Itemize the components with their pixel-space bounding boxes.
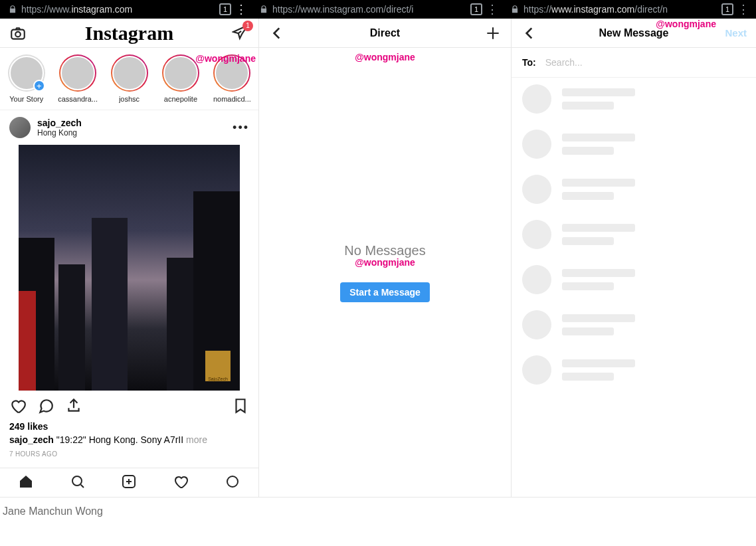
skeleton-text: [562, 224, 635, 245]
skeleton-avatar: [522, 355, 551, 385]
lock-icon: [8, 5, 17, 14]
tab-menu-icon[interactable]: ⋮: [235, 3, 246, 15]
watermark: @wongmjane: [355, 257, 415, 268]
start-message-button[interactable]: Start a Message: [340, 282, 430, 302]
caption-more[interactable]: more: [186, 434, 207, 445]
direct-title: Direct: [259, 27, 511, 39]
suggestion-skeleton[interactable]: [522, 130, 745, 159]
svg-point-4: [227, 476, 238, 487]
skeleton-avatar: [522, 130, 551, 159]
new-message-topbar: New Message Next: [512, 19, 756, 48]
post-more-icon[interactable]: •••: [233, 121, 249, 135]
browser-url: https://www.instagram.com/direct/i: [272, 4, 466, 15]
browser-tab[interactable]: https://www.instagram.com/direct/i 1 ⋮: [254, 3, 502, 15]
browser-url: https://www.instagram.com/direct/n: [523, 4, 717, 15]
tab-count-badge[interactable]: 1: [470, 3, 482, 15]
story-ring: [162, 54, 199, 92]
lock-icon: [259, 5, 268, 14]
story-item[interactable]: cassandra...: [56, 54, 98, 103]
svg-point-1: [15, 31, 21, 37]
tab-menu-icon[interactable]: ⋮: [486, 3, 497, 15]
skeleton-avatar: [522, 220, 551, 249]
bookmark-icon[interactable]: [232, 397, 249, 417]
story-item[interactable]: nomadicd...: [211, 54, 253, 103]
story-ring: [111, 54, 148, 92]
svg-point-2: [72, 476, 82, 486]
direct-topbar: Direct: [259, 19, 511, 48]
story-item[interactable]: joshsc: [108, 54, 150, 103]
story-ring: [213, 54, 250, 92]
back-icon[interactable]: [521, 25, 538, 42]
story-avatar: [60, 56, 95, 90]
skeleton-text: [562, 269, 635, 290]
story-label: nomadicd...: [213, 95, 251, 103]
new-message-panel: @wongmjane New Message Next To:: [512, 19, 756, 497]
bottom-nav: [0, 468, 258, 497]
story-ring: [59, 54, 96, 92]
add-post-icon[interactable]: [121, 474, 137, 492]
activity-icon[interactable]: [173, 474, 189, 492]
caption-credit: Jane Manchun Wong: [0, 497, 756, 525]
skeleton-text: [562, 314, 635, 335]
post-location[interactable]: Hong Kong: [37, 128, 226, 137]
suggestion-skeleton[interactable]: [522, 84, 745, 114]
caption-username[interactable]: sajo_zech: [9, 434, 54, 445]
post-author-username[interactable]: sajo_zech: [37, 118, 226, 128]
share-icon[interactable]: [65, 397, 82, 417]
add-story-badge: +: [33, 80, 45, 92]
tab-menu-icon[interactable]: ⋮: [737, 3, 748, 15]
skeleton-text: [562, 359, 635, 381]
feed-panel: @wongmjane Instagram 1 + Your Story cass…: [0, 19, 259, 497]
like-icon[interactable]: [9, 397, 27, 417]
story-avatar: [215, 56, 249, 90]
direct-panel: @wongmjane Direct No Messages @wongmjane…: [259, 19, 512, 497]
suggestion-skeleton[interactable]: [522, 310, 745, 339]
post-author-avatar[interactable]: [9, 117, 31, 138]
lock-icon: [510, 5, 520, 14]
compose-icon[interactable]: [484, 25, 502, 42]
home-icon[interactable]: [18, 474, 34, 492]
story-avatar: [163, 56, 198, 90]
camera-icon[interactable]: [9, 25, 27, 42]
feed-topbar: Instagram 1: [0, 19, 258, 48]
recipient-search-input[interactable]: [545, 57, 745, 68]
browser-url: https://www.instagram.com: [21, 4, 215, 15]
post-image[interactable]: SajoZech: [19, 145, 240, 391]
browser-tab[interactable]: https://www.instagram.com/direct/n 1 ⋮: [505, 3, 753, 15]
direct-body: No Messages @wongmjane Start a Message: [259, 48, 511, 497]
image-watermark: SajoZech: [205, 351, 231, 381]
instagram-logo[interactable]: Instagram: [85, 22, 173, 45]
direct-message-button[interactable]: 1: [232, 23, 249, 43]
post-actions: [0, 391, 258, 421]
feed-post: sajo_zech Hong Kong ••• SajoZech: [0, 110, 258, 460]
suggestions-list: [512, 78, 756, 391]
tab-count-badge[interactable]: 1: [721, 3, 733, 15]
next-button[interactable]: Next: [725, 27, 747, 39]
browser-tab[interactable]: https://www.instagram.com 1 ⋮: [3, 3, 251, 15]
story-label: acnepolite: [164, 95, 197, 103]
post-header[interactable]: sajo_zech Hong Kong •••: [0, 110, 258, 145]
no-messages-title: No Messages: [344, 243, 425, 258]
story-avatar: [112, 56, 147, 90]
story-item[interactable]: + Your Story: [5, 54, 47, 103]
story-ring: +: [8, 54, 45, 92]
story-label: cassandra...: [58, 95, 98, 103]
story-label: joshsc: [119, 95, 140, 103]
suggestion-skeleton[interactable]: [522, 220, 745, 249]
suggestion-skeleton[interactable]: [522, 175, 745, 204]
stories-tray[interactable]: + Your Story cassandra... joshsc acnepol…: [0, 48, 258, 110]
story-label: Your Story: [9, 95, 43, 103]
tab-count-badge[interactable]: 1: [219, 3, 231, 15]
story-item[interactable]: acnepolite: [159, 54, 201, 103]
profile-nav-icon[interactable]: [225, 474, 240, 492]
suggestion-skeleton[interactable]: [522, 265, 745, 294]
search-nav-icon[interactable]: [70, 474, 86, 492]
back-icon[interactable]: [268, 25, 286, 42]
skeleton-avatar: [522, 84, 551, 114]
skeleton-text: [562, 88, 635, 110]
post-caption: sajo_zech "19:22" Hong Kong. Sony A7rII …: [0, 432, 258, 448]
suggestion-skeleton[interactable]: [522, 355, 745, 385]
post-meta: sajo_zech Hong Kong: [37, 118, 226, 137]
post-likes[interactable]: 249 likes: [0, 421, 258, 432]
comment-icon[interactable]: [37, 397, 54, 417]
